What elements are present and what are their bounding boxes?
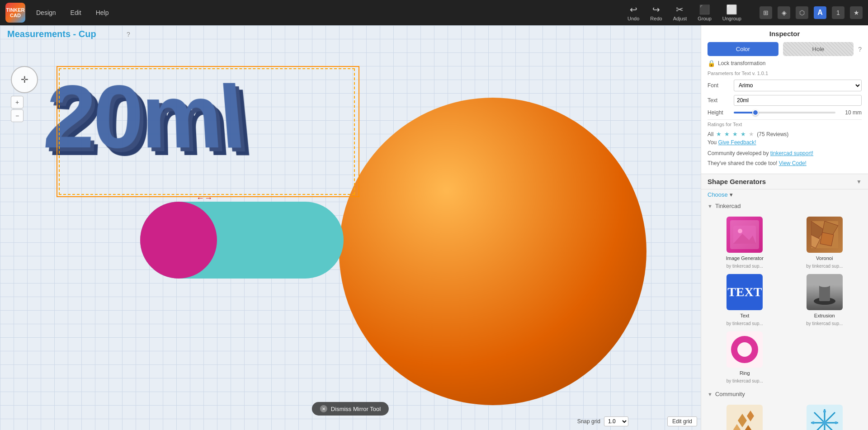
shape-thumb-voronoi [807, 217, 843, 253]
svg-marker-2 [733, 234, 756, 244]
community-label: Community [715, 391, 745, 397]
dismiss-x-icon: ✕ [320, 405, 327, 412]
community-shapes-grid: Distributed Diam... by jack tsau... [701, 400, 868, 430]
inspector: Inspector Color Hole ? 🔒 Lock transforma… [701, 25, 868, 174]
help-icon[interactable]: ? [127, 31, 130, 38]
shape-name-ring: Ring [740, 370, 750, 376]
svg-point-20 [823, 410, 826, 413]
choose-label[interactable]: Choose [708, 191, 728, 198]
inspector-panel: Inspector Color Hole ? 🔒 Lock transforma… [701, 25, 868, 430]
shape-by-image-gen: by tinkercad sup... [726, 264, 763, 269]
shape-thumb-ring [726, 331, 763, 368]
lock-row: 🔒 Lock transformation [708, 60, 862, 67]
font-row: Font Arimo Arial Roboto [708, 80, 862, 91]
box-view-btn[interactable]: ⬡ [796, 6, 808, 19]
svg-marker-14 [745, 425, 752, 430]
font-view-btn[interactable]: A [814, 6, 826, 19]
shape-name-voronoi: Voronoi [816, 255, 833, 261]
tinkercad-link[interactable]: tinkercad support! [770, 150, 813, 156]
text-input[interactable] [734, 95, 862, 106]
shared-code-label: They've shared the code too! [708, 160, 777, 166]
shape-generators-header[interactable]: Shape Generators ▼ [701, 174, 868, 189]
svg-point-1 [738, 229, 742, 233]
svg-marker-7 [820, 232, 834, 246]
star-3: ★ [732, 131, 738, 137]
shape-by-ring: by tinkercad sup... [726, 378, 763, 383]
choose-arrow: ▾ [730, 191, 733, 198]
svg-point-22 [812, 421, 815, 424]
star-view-btn[interactable]: ★ [850, 6, 863, 19]
undo-btn[interactable]: ↩ Undo [627, 4, 639, 21]
shape-name-extrusion: Extrusion [814, 313, 835, 318]
text-thumb-label: TEXT [727, 285, 762, 299]
community-text-label: Community developed by [708, 150, 769, 156]
hole-btn[interactable]: Hole [783, 42, 854, 56]
shape-thumb-image-gen [726, 217, 763, 253]
star-1: ★ [716, 131, 722, 137]
inspector-title: Inspector [708, 30, 862, 38]
menu-help[interactable]: Help [92, 7, 113, 18]
shape-item-text[interactable]: TEXT Text by tinkercad sup... [708, 274, 782, 326]
tinkercad-label: Tinkercad [715, 203, 741, 209]
menu-edit[interactable]: Edit [67, 7, 85, 18]
dismiss-mirror-tool[interactable]: ✕ Dismiss Mirror Tool [312, 402, 389, 416]
page-title: Measurements - Cup [7, 29, 96, 39]
view-code-link[interactable]: View Code! [779, 160, 807, 166]
group-btn[interactable]: ⬛ Group [698, 4, 712, 21]
shape-by-text: by tinkercad sup... [726, 321, 763, 326]
nav-zoom-out[interactable]: − [11, 109, 24, 122]
adjust-btn[interactable]: ✂ Adjust [673, 4, 687, 21]
ungroup-label: Ungroup [722, 16, 741, 21]
snap-bar: Snap grid 1.0 0.5 0.25 [577, 416, 628, 426]
svg-marker-13 [747, 411, 754, 421]
adjust-icon: ✂ [676, 4, 684, 15]
ratings-all-row: All ★ ★ ★ ★ ★ (75 Reviews) [708, 131, 862, 137]
nav-rotate[interactable]: ✛ [11, 66, 38, 93]
font-label: Font [708, 82, 730, 89]
tinkercad-subsection[interactable]: ▼ Tinkercad [701, 200, 868, 212]
ungroup-btn[interactable]: ⬜ Ungroup [722, 4, 741, 21]
font-select[interactable]: Arimo Arial Roboto [734, 80, 862, 91]
text-object[interactable]: 20ml [40, 67, 248, 170]
star-2: ★ [724, 131, 730, 137]
svg-rect-9 [819, 285, 830, 301]
shape-name-image-gen: Image Generator [726, 255, 764, 261]
shape-item-image-gen[interactable]: Image Generator by tinkercad sup... [708, 217, 782, 269]
edit-grid-btn[interactable]: Edit grid [667, 416, 697, 426]
feedback-link[interactable]: Give Feedback! [718, 139, 756, 146]
topbar: TINKER CAD Design Edit Help ↩ Undo ↪ Red… [0, 0, 868, 25]
shape-item-extrusion[interactable]: Extrusion by tinkercad sup... [788, 274, 862, 326]
text-label: Text [708, 97, 730, 104]
snap-select[interactable]: 1.0 0.5 0.25 [604, 416, 628, 426]
choose-row: Choose ▾ [701, 189, 868, 200]
shape-item-distributed[interactable]: Distributed Diam... by jack tsau... [708, 405, 782, 430]
menu-design[interactable]: Design [33, 7, 60, 18]
redo-btn[interactable]: ↪ Redo [650, 4, 662, 21]
tinkercad-arrow: ▼ [708, 203, 712, 209]
height-slider-track[interactable] [734, 112, 835, 113]
viewport[interactable]: Measurements - Cup ? ✛ + − 20ml ←→ [0, 25, 701, 430]
color-btn[interactable]: Color [708, 42, 778, 56]
group-icon: ⬛ [699, 4, 710, 15]
height-slider-thumb[interactable] [752, 109, 759, 116]
number-view-btn[interactable]: 1 [832, 6, 844, 19]
nav-zoom-in[interactable]: + [11, 96, 24, 109]
3d-view-btn[interactable]: ◈ [778, 6, 790, 19]
ungroup-icon: ⬜ [726, 4, 737, 15]
grid-view-btn[interactable]: ⊞ [760, 6, 772, 19]
shape-generators-title: Shape Generators [708, 178, 766, 185]
tinkercad-logo[interactable]: TINKER CAD [5, 3, 25, 23]
redo-icon: ↪ [652, 4, 660, 15]
shape-thumb-text: TEXT [726, 274, 763, 310]
orange-sphere [339, 98, 646, 405]
height-value: 10 mm [839, 109, 862, 116]
height-row: Height 10 mm [708, 109, 862, 116]
shape-item-voronoi[interactable]: Voronoi by tinkercad sup... [788, 217, 862, 269]
inspector-help-icon[interactable]: ? [858, 46, 862, 53]
community-subsection[interactable]: ▼ Community [701, 388, 868, 400]
ring-shape [731, 336, 758, 363]
text-row: Text [708, 95, 862, 106]
main-area: Measurements - Cup ? ✛ + − 20ml ←→ [0, 25, 868, 430]
shape-item-ring[interactable]: Ring by tinkercad sup... [708, 331, 782, 383]
shape-item-snowflake[interactable]: Snowflake (Pseu... by DavidReeves... [788, 405, 862, 430]
